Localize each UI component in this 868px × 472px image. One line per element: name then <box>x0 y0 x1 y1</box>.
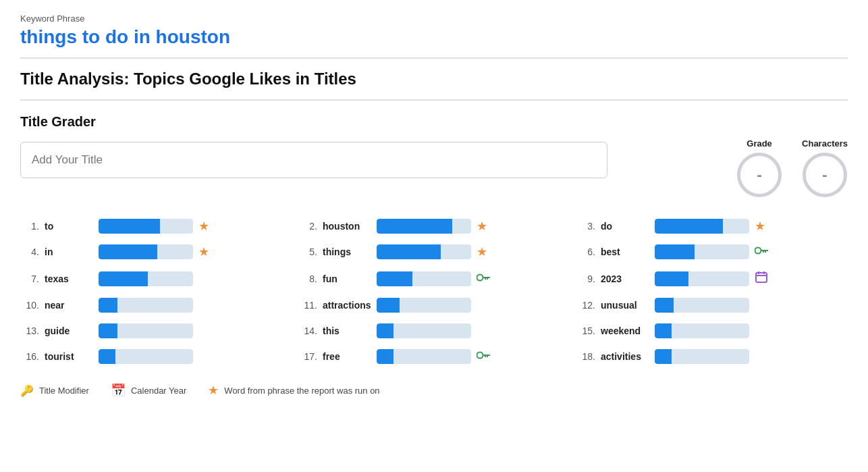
grader-title: Title Grader <box>20 114 724 130</box>
keyword-word: near <box>45 300 93 311</box>
keyword-bar <box>377 298 471 313</box>
keyword-row: 15.weekend <box>576 321 848 341</box>
bar-empty <box>157 244 193 259</box>
keyword-word: best <box>601 246 649 257</box>
characters-value: - <box>822 166 827 184</box>
bar-empty <box>412 271 471 286</box>
keyword-row: 1.to★ <box>20 216 292 236</box>
bar-empty <box>723 219 749 234</box>
star-icon: ★ <box>198 219 209 234</box>
keyword-row: 4.in★ <box>20 242 292 262</box>
legend-calendar-label: Calendar Year <box>131 386 186 396</box>
bar-empty <box>148 271 193 286</box>
star-icon: ★ <box>477 244 487 259</box>
divider-1 <box>20 57 848 59</box>
keyword-row: 16.tourist <box>20 346 292 367</box>
keyword-number: 3. <box>576 221 595 232</box>
bar-empty <box>695 244 749 259</box>
star-icon: ★ <box>198 244 209 259</box>
bar-filled <box>655 244 695 259</box>
bar-empty <box>400 298 471 313</box>
bar-empty <box>674 298 749 313</box>
title-input[interactable] <box>20 142 607 178</box>
bar-filled <box>377 271 412 286</box>
keyword-phrase: things to do in houston <box>20 26 848 48</box>
grade-circle: - <box>737 153 782 197</box>
keyword-word: attractions <box>323 300 371 311</box>
keyword-number: 7. <box>20 273 39 284</box>
bar-filled <box>377 323 394 338</box>
keyword-word: tourist <box>45 351 93 362</box>
grade-label: Grade <box>747 138 772 149</box>
bar-filled <box>99 244 157 259</box>
legend-key: 🔑 Title Modifier <box>20 384 89 397</box>
bar-filled <box>99 323 117 338</box>
keyword-bar <box>99 219 193 234</box>
keyword-bar <box>655 271 749 286</box>
bar-filled <box>99 298 117 313</box>
keyword-bar <box>99 298 193 313</box>
calendar-icon <box>755 270 768 287</box>
bar-filled <box>377 244 441 259</box>
keyword-row: 11.attractions <box>298 295 570 315</box>
keyword-word: things <box>323 246 371 257</box>
bar-filled <box>655 271 688 286</box>
keyword-number: 10. <box>20 300 39 311</box>
bar-empty <box>441 244 471 259</box>
keyword-word: guide <box>45 325 93 336</box>
key-icon <box>755 246 768 258</box>
keyword-row: 13.guide <box>20 321 292 341</box>
keyword-word: do <box>601 221 649 232</box>
bar-filled <box>655 219 723 234</box>
keyword-bar <box>377 323 471 338</box>
bar-empty <box>160 219 193 234</box>
keyword-row: 2.houston★ <box>298 216 570 236</box>
keyword-number: 12. <box>576 300 595 311</box>
keyword-row: 17.free <box>298 346 570 367</box>
keyword-row: 3.do★ <box>576 216 848 236</box>
legend: 🔑 Title Modifier 📅 Calendar Year ★ Word … <box>20 383 848 398</box>
bar-empty <box>672 323 749 338</box>
keyword-word: free <box>323 351 371 362</box>
grade-value: - <box>757 166 761 184</box>
keyword-word: in <box>45 246 93 257</box>
keyword-word: this <box>323 325 371 336</box>
bar-filled <box>655 298 674 313</box>
svg-rect-8 <box>756 273 767 282</box>
keyword-word: weekend <box>601 325 649 336</box>
key-icon <box>477 350 490 363</box>
grader-metrics: Grade - Characters - <box>737 138 848 197</box>
star-icon: ★ <box>755 219 765 234</box>
keyword-row: 10.near <box>20 295 292 315</box>
keyword-number: 9. <box>576 273 595 284</box>
characters-circle: - <box>803 153 847 197</box>
keyword-number: 2. <box>298 221 317 232</box>
keyword-row: 5.things★ <box>298 242 570 262</box>
keyword-number: 4. <box>20 246 39 257</box>
bar-filled <box>655 323 672 338</box>
keyword-word: to <box>45 221 93 232</box>
bar-filled <box>655 349 672 364</box>
bar-empty <box>394 323 471 338</box>
keyword-row: 9.2023 <box>576 267 848 290</box>
keyword-bar <box>655 323 749 338</box>
keyword-word: fun <box>323 273 371 284</box>
keyword-bar <box>655 219 749 234</box>
keyword-row: 6.best <box>576 242 848 262</box>
characters-metric: Characters - <box>802 138 848 197</box>
divider-2 <box>20 99 848 101</box>
keyword-number: 6. <box>576 246 595 257</box>
keyword-number: 16. <box>20 351 39 362</box>
legend-star: ★ Word from phrase the report was run on <box>208 383 379 398</box>
keyword-row: 12.unusual <box>576 295 848 315</box>
keyword-number: 15. <box>576 325 595 336</box>
svg-point-12 <box>477 352 483 359</box>
keyword-bar <box>99 244 193 259</box>
keyword-bar <box>655 298 749 313</box>
keyword-number: 11. <box>298 300 317 311</box>
keyword-bar <box>99 349 193 364</box>
keyword-number: 1. <box>20 221 39 232</box>
keywords-grid: 1.to★2.houston★3.do★4.in★5.things★6.best… <box>20 216 848 367</box>
star-icon: ★ <box>477 219 487 234</box>
keyword-number: 13. <box>20 325 39 336</box>
